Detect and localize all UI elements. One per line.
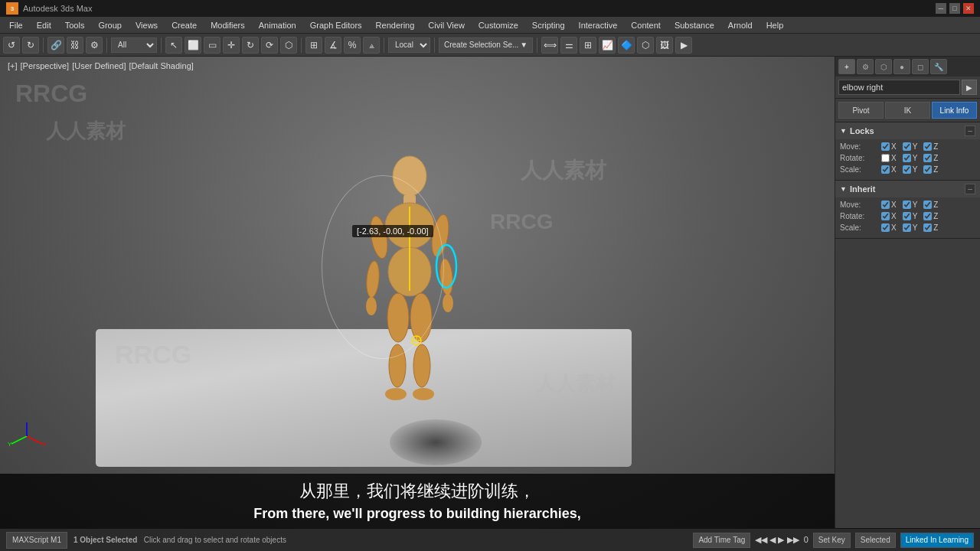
undo-button[interactable]: ↺ [3, 37, 20, 54]
inherit-scale-x[interactable]: X [881, 223, 897, 232]
menu-modifiers[interactable]: Modifiers [204, 19, 251, 31]
menu-customize[interactable]: Customize [472, 19, 524, 31]
rotate-button[interactable]: ↻ [242, 37, 259, 54]
inherit-scale-z[interactable]: Z [923, 223, 938, 232]
select-region-button[interactable]: ⬜ [185, 37, 201, 54]
locks-rotate-x[interactable]: X [881, 154, 897, 162]
menu-rendering[interactable]: Rendering [370, 19, 421, 31]
menu-views[interactable]: Views [129, 19, 164, 31]
locks-scale-x[interactable]: X [881, 165, 897, 174]
bind-button[interactable]: ⚙ [86, 37, 103, 54]
panel-tab-motion[interactable]: ● [893, 59, 910, 74]
menu-animation[interactable]: Animation [253, 19, 302, 31]
inherit-rotate-x[interactable]: X [881, 212, 897, 220]
coord-select[interactable]: Local [388, 37, 430, 53]
redo-button[interactable]: ↻ [22, 37, 39, 54]
mirror-button[interactable]: ⟺ [541, 37, 558, 54]
locks-rotate-z[interactable]: Z [923, 154, 938, 162]
select-rect-button[interactable]: ▭ [204, 37, 220, 54]
render-button[interactable]: ▶ [675, 37, 692, 54]
menu-content[interactable]: Content [625, 19, 667, 31]
selected-button[interactable]: Selected [855, 533, 896, 548]
panel-tab-display[interactable]: ◻ [912, 59, 929, 74]
select-button[interactable]: ↖ [165, 37, 182, 54]
app-icon: 3 [6, 2, 18, 15]
schematic-button[interactable]: 🔷 [618, 37, 635, 54]
svg-point-15 [413, 388, 434, 400]
maxscript-button[interactable]: MAXScript M1 [6, 532, 67, 549]
locks-collapse[interactable]: ─ [965, 126, 975, 136]
toolbar-separator-2 [106, 37, 107, 53]
panel-tab-modify[interactable]: ⚙ [857, 59, 874, 74]
menu-create[interactable]: Create [165, 19, 203, 31]
svg-point-14 [413, 344, 430, 387]
menu-tools[interactable]: Tools [59, 19, 91, 31]
viewport[interactable]: [+] [Perspective] [User Defined] [Defaul… [0, 57, 835, 528]
pivot-point[interactable] [410, 334, 423, 347]
restore-button[interactable]: □ [949, 3, 960, 14]
inherit-rotate-checks: X Y Z [881, 212, 938, 220]
align-button[interactable]: ⚌ [560, 37, 577, 54]
locks-move-z[interactable]: Z [923, 142, 938, 151]
snap-toggle-button[interactable]: % [344, 37, 361, 54]
unlink-button[interactable]: ⛓ [67, 37, 83, 54]
search-button[interactable]: ▶ [962, 80, 977, 95]
locks-scale-label: Scale: [840, 165, 878, 174]
select-rotate-button[interactable]: ⟳ [261, 37, 278, 54]
inherit-rotate-z[interactable]: Z [923, 212, 938, 220]
grid-button[interactable]: ⊞ [580, 37, 596, 54]
ref-system-button[interactable]: ⊞ [305, 37, 322, 54]
inherit-move-x[interactable]: X [881, 201, 897, 209]
link-button[interactable]: 🔗 [47, 37, 64, 54]
watermark-1: RRCG [15, 80, 87, 108]
linkedin-button[interactable]: Linked In Learning [900, 533, 974, 548]
locks-rotate-y[interactable]: Y [903, 154, 918, 162]
menu-edit[interactable]: Edit [31, 19, 57, 31]
menu-arnold[interactable]: Arnold [722, 19, 759, 31]
render-setup-button[interactable]: 🖼 [656, 37, 673, 54]
angle-snap-button[interactable]: ∡ [325, 37, 341, 54]
menu-interactive[interactable]: Interactive [573, 19, 624, 31]
close-button[interactable]: ✕ [963, 3, 974, 14]
menu-help[interactable]: Help [760, 19, 790, 31]
move-button[interactable]: ✛ [223, 37, 240, 54]
locks-header[interactable]: ▼ Locks ─ [835, 122, 980, 139]
inherit-collapse[interactable]: ─ [965, 184, 975, 194]
search-input[interactable] [838, 80, 960, 95]
pivot-button[interactable]: Pivot [838, 102, 884, 119]
panel-tab-create[interactable]: + [838, 59, 855, 74]
inherit-move-y[interactable]: Y [903, 201, 918, 209]
inherit-title: Inherit [850, 184, 876, 194]
watermark-3: RRCG [490, 210, 553, 234]
curve-editor-button[interactable]: 📈 [599, 37, 616, 54]
locks-scale-y[interactable]: Y [903, 165, 918, 174]
inherit-rotate-y[interactable]: Y [903, 212, 918, 220]
inherit-header[interactable]: ▼ Inherit ─ [835, 181, 980, 197]
filter-select[interactable]: All [111, 37, 157, 53]
scale-button[interactable]: ⬡ [280, 37, 297, 54]
menu-file[interactable]: File [3, 19, 29, 31]
selection-set-button[interactable]: Create Selection Se... ▼ [439, 37, 533, 53]
panel-tab-hierarchy[interactable]: ⬡ [875, 59, 892, 74]
locks-body: Move: X Y Z Rotate: X Y Z [835, 139, 980, 180]
menu-graph-editors[interactable]: Graph Editors [304, 19, 368, 31]
minimize-button[interactable]: ─ [936, 3, 946, 14]
menu-group[interactable]: Group [92, 19, 128, 31]
locks-move-row: Move: X Y Z [840, 142, 975, 151]
add-time-tag-button[interactable]: Add Time Tag [693, 533, 750, 548]
locks-scale-z[interactable]: Z [923, 165, 938, 174]
locks-move-y[interactable]: Y [903, 142, 918, 151]
inherit-scale-y[interactable]: Y [903, 223, 918, 232]
set-key-button[interactable]: Set Key [813, 533, 851, 548]
material-button[interactable]: ⬡ [637, 37, 654, 54]
toolbar-separator-4 [301, 37, 302, 53]
snap3d-button[interactable]: ⟁ [363, 37, 380, 54]
menu-substance[interactable]: Substance [668, 19, 720, 31]
panel-tab-utilities[interactable]: 🔧 [930, 59, 947, 74]
menu-scripting[interactable]: Scripting [526, 19, 571, 31]
link-info-button[interactable]: Link Info [932, 102, 977, 119]
locks-move-x[interactable]: X [881, 142, 897, 151]
ik-button[interactable]: IK [885, 102, 930, 119]
menu-civil-view[interactable]: Civil View [422, 19, 470, 31]
inherit-move-z[interactable]: Z [923, 201, 938, 209]
